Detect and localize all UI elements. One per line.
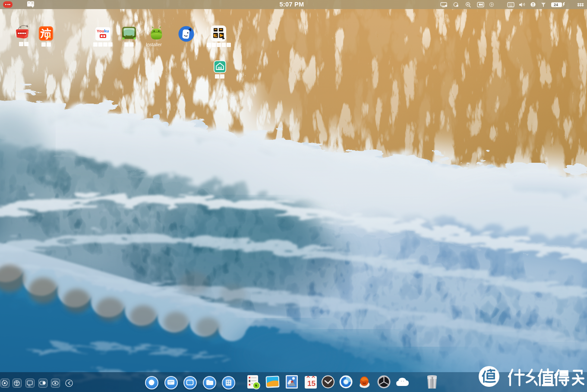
svg-text:15: 15: [307, 379, 316, 388]
svg-text:Installer: Installer: [146, 42, 162, 47]
